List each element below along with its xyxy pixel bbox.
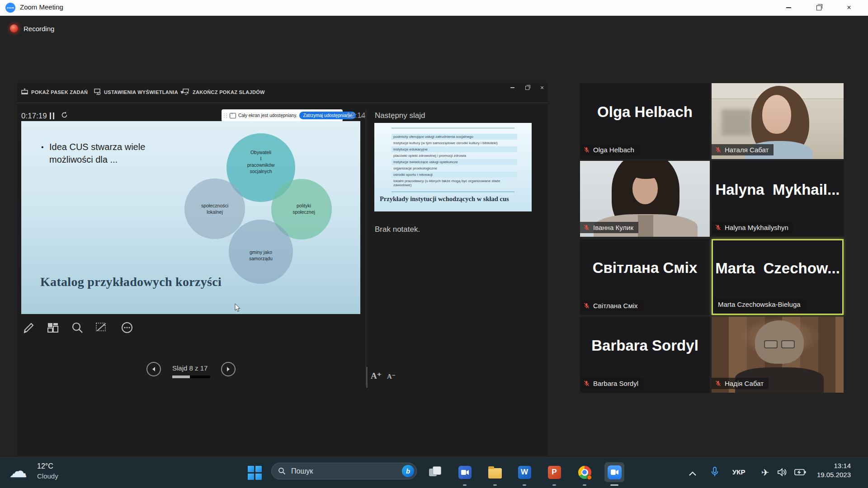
mic-muted-icon	[583, 302, 590, 309]
participant-name-tag: Halyna Mykhailyshyn	[712, 222, 793, 233]
end-slideshow-button[interactable]: ZAKOŃCZ POKAZ SLAJDÓW	[183, 89, 265, 96]
participant-tile-barbara-sordyl[interactable]: Barbara Sordyl Barbara Sordyl	[580, 317, 710, 393]
video-app-icon[interactable]	[455, 462, 475, 482]
person-hair	[755, 320, 804, 364]
next-slide-header: Następny slajd	[375, 111, 425, 120]
participant-display-name: Світлана Сміх	[580, 259, 710, 277]
decrease-font-button[interactable]: A⁻	[387, 372, 396, 380]
participant-name-tag: Marta Czechowska-Bieluga	[713, 299, 806, 310]
ppt-close-button[interactable]: ×	[536, 84, 548, 91]
participant-tile-svitlana-smikh[interactable]: Світлана Сміх Світлана Сміх	[580, 239, 710, 315]
zoom-logo-icon: zoom	[5, 3, 15, 13]
increase-font-button[interactable]: A⁺	[371, 371, 382, 381]
end-slideshow-icon	[183, 89, 189, 96]
zoom-slide-button[interactable]	[70, 320, 85, 335]
thumb-list: podmioty oferujące usługi zatrudnienia s…	[392, 134, 517, 188]
open-app-indicator	[552, 484, 556, 486]
language-indicator[interactable]: УКР	[732, 468, 745, 476]
volume-icon[interactable]	[778, 468, 788, 478]
next-slide-button[interactable]	[221, 362, 236, 376]
more-options-button[interactable]	[119, 320, 135, 335]
tray-time: 13:14	[817, 461, 851, 470]
screen-share-icon	[230, 113, 236, 118]
current-slide: Obywateli I pracowników socjalnych społe…	[21, 121, 360, 314]
participant-name-tag: Іванна Кулик	[580, 222, 638, 233]
chrome-notification-badge	[587, 475, 592, 480]
see-all-slides-button[interactable]	[45, 320, 61, 335]
thumb-list-item: instytucje świadczące usługi opiekuńcze	[392, 159, 517, 165]
slide-progress-bar	[172, 375, 210, 378]
participant-name-tag: Olga Helbach	[580, 144, 639, 155]
recording-icon	[10, 24, 18, 33]
notes-scrollbar[interactable]	[366, 367, 368, 388]
previous-slide-button[interactable]	[146, 362, 161, 376]
tray-clock[interactable]: 13:14 19.05.2023	[817, 461, 851, 479]
participant-tile-marta-czechowska-bieluga[interactable]: Marta Czechow... Marta Czechowska-Bielug…	[712, 239, 844, 315]
start-button[interactable]	[248, 466, 262, 480]
display-settings-button[interactable]: USTAWIENIA WYŚWIETLANIA ▼	[94, 89, 184, 96]
weather-condition[interactable]: Cloudy	[37, 472, 58, 480]
next-slide-thumbnail[interactable]: podmioty oferujące usługi zatrudnienia s…	[374, 123, 532, 211]
microphone-in-use-icon[interactable]	[711, 467, 719, 479]
window-title: Zoom Meeting	[20, 3, 63, 11]
presentation-timer: 0:17:19	[21, 112, 47, 121]
participant-tile-nadiia-sabat[interactable]: Надія Сабат	[712, 317, 844, 393]
battery-charging-icon[interactable]	[794, 469, 806, 477]
panel-divider	[366, 109, 366, 385]
airplane-icon[interactable]: ✈	[761, 467, 769, 478]
thumb-list-item: instytucje kultury (w tym samorządowe oś…	[392, 140, 517, 146]
pen-tool-button[interactable]	[21, 320, 37, 335]
minimize-button[interactable]	[776, 0, 801, 15]
mic-muted-icon	[715, 146, 722, 153]
participant-tile-olga-helbach[interactable]: Olga Helbach Olga Helbach	[580, 83, 710, 159]
participant-name-tag: Наталя Сабат	[712, 144, 774, 155]
venn-label-bottom: gminy jako samorządu	[238, 249, 283, 262]
active-app-indicator	[610, 484, 618, 486]
slide-counter: Slajd 8 z 17	[172, 364, 208, 372]
ppt-minimize-button[interactable]	[506, 84, 518, 91]
weather-cloud-icon[interactable]: ☁	[9, 460, 27, 481]
windows-taskbar: ☁ 12°C Cloudy Пошук b W P	[0, 457, 868, 488]
ppt-restore-button[interactable]	[521, 84, 533, 91]
drag-handle[interactable]	[224, 113, 227, 118]
word-icon[interactable]: W	[514, 462, 534, 482]
powerpoint-icon[interactable]: P	[544, 462, 564, 482]
participant-tile-natalia-sabat[interactable]: Наталя Сабат	[712, 83, 844, 159]
thumb-list-item: placówki opieki zdrowotnej i promocji zd…	[392, 153, 517, 159]
show-taskbar-button[interactable]: POKAŻ PASEK ZADAŃ	[21, 89, 88, 96]
black-screen-button[interactable]	[94, 320, 109, 335]
recording-label: Recording	[24, 25, 54, 33]
tray-chevron-icon[interactable]	[689, 469, 696, 477]
display-settings-icon	[94, 89, 101, 96]
task-view-icon[interactable]	[425, 462, 445, 482]
pause-timer-button[interactable]	[50, 113, 56, 119]
participant-display-name: Halyna Mykhail...	[712, 181, 844, 198]
mic-muted-icon	[715, 380, 722, 387]
thumb-list-item: ośrodki sportu i rekreacji	[392, 172, 517, 178]
thumb-list-item: instytucje edukacyjne	[392, 146, 517, 152]
participant-display-name: Barbara Sordyl	[580, 337, 710, 354]
chrome-icon[interactable]	[575, 462, 594, 482]
tray-date: 19.05.2023	[817, 470, 851, 479]
participant-tile-ivanna-kulyk[interactable]: Іванна Кулик	[580, 161, 710, 237]
open-app-indicator	[493, 484, 497, 486]
open-app-indicator	[583, 484, 586, 486]
participant-display-name: Marta Czechow...	[713, 260, 842, 277]
participant-name-tag: Надія Сабат	[712, 378, 769, 389]
file-explorer-icon[interactable]	[485, 462, 505, 482]
zoom-app-icon[interactable]	[604, 462, 624, 482]
presenter-clock: 12:14	[346, 111, 366, 120]
person-shoulders	[638, 215, 653, 237]
search-box[interactable]: Пошук b	[271, 463, 417, 479]
thumb-list-item: organizacje proekologiczne	[392, 165, 517, 171]
weather-temperature[interactable]: 12°C	[37, 462, 53, 470]
mic-muted-icon	[583, 146, 590, 153]
restart-timer-button[interactable]	[61, 111, 68, 121]
close-button[interactable]: ×	[836, 0, 862, 15]
person-face	[762, 95, 791, 134]
restore-button[interactable]	[806, 0, 831, 15]
venn-label-left: społeczności lokalnej	[192, 202, 237, 215]
participant-name-tag: Barbara Sordyl	[580, 378, 643, 389]
participant-tile-halyna-mykhailyshyn[interactable]: Halyna Mykhail... Halyna Mykhailyshyn	[712, 161, 844, 237]
bing-icon[interactable]: b	[402, 465, 414, 477]
